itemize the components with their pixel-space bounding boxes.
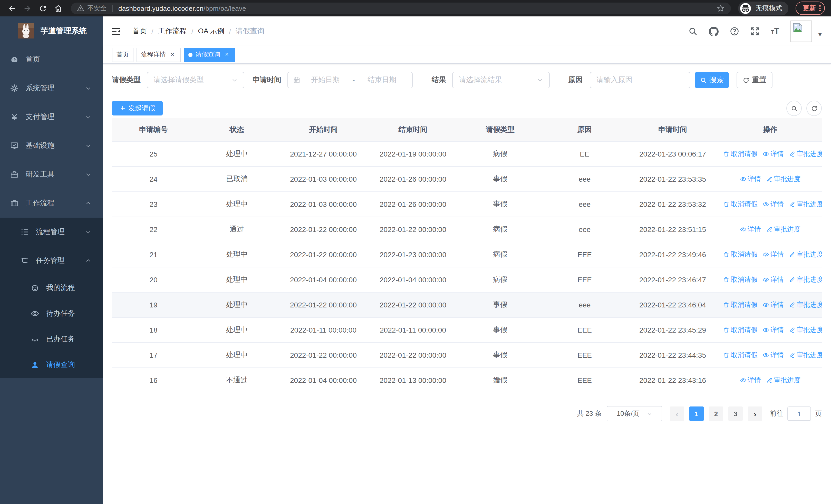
page-button-1[interactable]: 1 bbox=[689, 407, 704, 421]
breadcrumb-item-workflow[interactable]: 工作流程 bbox=[158, 27, 187, 36]
face-icon bbox=[31, 284, 39, 292]
cancel-action-link[interactable]: 取消请假 bbox=[723, 250, 757, 259]
show-search-toggle-button[interactable] bbox=[786, 100, 802, 116]
sidebar-item-请假查询[interactable]: 请假查询 bbox=[0, 352, 103, 378]
progress-action-link[interactable]: 审批进度 bbox=[789, 300, 822, 309]
tags-bar: 首页流程详情×请假查询× bbox=[103, 46, 831, 64]
reason-input[interactable]: 请输入原因 bbox=[590, 72, 690, 88]
sidebar-item-支付管理[interactable]: 支付管理 bbox=[0, 102, 103, 131]
sidebar-item-流程管理[interactable]: 流程管理 bbox=[0, 217, 103, 246]
table-row: 25处理中2021-12-27 00:00:002022-01-19 00:00… bbox=[112, 141, 822, 167]
cell-status: 处理中 bbox=[195, 192, 279, 217]
create-leave-button[interactable]: 发起请假 bbox=[112, 101, 163, 116]
progress-action-link[interactable]: 审批进度 bbox=[766, 175, 800, 184]
goto-page-input[interactable]: 1 bbox=[787, 407, 811, 421]
progress-action-link[interactable]: 审批进度 bbox=[789, 250, 822, 259]
search-icon[interactable] bbox=[688, 27, 697, 36]
fullscreen-icon[interactable] bbox=[750, 27, 760, 36]
bookmark-star-icon[interactable] bbox=[717, 4, 725, 12]
refresh-table-button[interactable] bbox=[806, 100, 822, 116]
sidebar-item-首页[interactable]: 首页 bbox=[0, 45, 103, 74]
next-page-button[interactable]: › bbox=[748, 407, 762, 421]
site-security-chip[interactable]: 不安全 bbox=[77, 4, 107, 12]
browser-home-button[interactable] bbox=[51, 2, 65, 15]
close-icon[interactable]: × bbox=[169, 51, 176, 58]
sidebar-collapse-icon[interactable] bbox=[111, 26, 121, 36]
date-start-input[interactable]: 开始日期 bbox=[300, 76, 350, 85]
detail-action-link[interactable]: 详情 bbox=[763, 200, 784, 209]
cell-actions: 取消请假详情审批进度 bbox=[719, 141, 822, 167]
browser-reload-button[interactable] bbox=[36, 2, 49, 15]
progress-action-link[interactable]: 审批进度 bbox=[789, 351, 822, 360]
cancel-action-link[interactable]: 取消请假 bbox=[723, 200, 757, 209]
result-select[interactable]: 请选择流结果 bbox=[452, 72, 550, 88]
github-icon[interactable] bbox=[709, 26, 719, 36]
sidebar-item-系统管理[interactable]: 系统管理 bbox=[0, 74, 103, 102]
tab-首页[interactable]: 首页 bbox=[112, 48, 134, 62]
tab-label: 请假查询 bbox=[196, 50, 220, 59]
cell-id: 25 bbox=[112, 141, 195, 167]
page-button-3[interactable]: 3 bbox=[728, 407, 743, 421]
detail-action-link[interactable]: 详情 bbox=[763, 351, 784, 360]
tab-流程详情[interactable]: 流程详情× bbox=[137, 48, 181, 62]
sidebar-item-研发工具[interactable]: 研发工具 bbox=[0, 160, 103, 189]
briefcase-icon bbox=[10, 199, 19, 207]
sidebar-submenu: 流程管理任务管理我的流程待办任务已办任务请假查询 bbox=[0, 217, 103, 378]
cell-actions: 详情审批进度 bbox=[719, 167, 822, 192]
sidebar-item-任务管理[interactable]: 任务管理 bbox=[0, 246, 103, 275]
cancel-action-link[interactable]: 取消请假 bbox=[723, 275, 757, 284]
detail-action-link[interactable]: 详情 bbox=[740, 225, 761, 234]
reset-button[interactable]: 重置 bbox=[737, 72, 773, 88]
detail-action-link[interactable]: 详情 bbox=[763, 149, 784, 158]
breadcrumb-item-oa[interactable]: OA 示例 bbox=[198, 27, 225, 36]
cancel-action-link[interactable]: 取消请假 bbox=[723, 300, 757, 309]
progress-action-link[interactable]: 审批进度 bbox=[789, 325, 822, 335]
sidebar-item-基础设施[interactable]: 基础设施 bbox=[0, 131, 103, 160]
cell-applied: 2022-01-22 23:51:15 bbox=[627, 217, 719, 242]
cell-type: 事假 bbox=[458, 167, 543, 192]
dashboard-icon bbox=[10, 55, 19, 64]
avatar[interactable] bbox=[791, 21, 812, 42]
detail-action-link[interactable]: 详情 bbox=[763, 325, 784, 335]
sidebar-item-待办任务[interactable]: 待办任务 bbox=[0, 301, 103, 326]
cell-status: 处理中 bbox=[195, 267, 279, 292]
progress-action-link[interactable]: 审批进度 bbox=[789, 149, 822, 158]
detail-action-link[interactable]: 详情 bbox=[740, 175, 761, 184]
detail-action-link[interactable]: 详情 bbox=[763, 300, 784, 309]
cell-start: 2022-01-22 00:00:00 bbox=[279, 242, 368, 267]
detail-action-link[interactable]: 详情 bbox=[740, 376, 761, 385]
cancel-action-link[interactable]: 取消请假 bbox=[723, 325, 757, 335]
table-row: 17处理中2022-01-22 00:00:002022-01-22 00:00… bbox=[112, 343, 822, 368]
tab-请假查询[interactable]: 请假查询× bbox=[184, 48, 235, 62]
detail-action-link[interactable]: 详情 bbox=[763, 250, 784, 259]
detail-action-link[interactable]: 详情 bbox=[763, 275, 784, 284]
cancel-action-link[interactable]: 取消请假 bbox=[723, 149, 757, 158]
font-size-icon[interactable]: TT bbox=[771, 27, 779, 35]
browser-back-button[interactable] bbox=[5, 2, 19, 15]
apply-time-range-input[interactable]: 开始日期 - 结束日期 bbox=[287, 72, 413, 88]
address-bar[interactable]: 不安全 dashboard.yudao.iocoder.cn/bpm/oa/le… bbox=[71, 2, 731, 14]
progress-action-link[interactable]: 审批进度 bbox=[766, 225, 800, 234]
cell-reason: EEE bbox=[543, 368, 627, 393]
page-button-2[interactable]: 2 bbox=[709, 407, 723, 421]
close-icon[interactable]: × bbox=[223, 51, 230, 58]
sidebar-item-已办任务[interactable]: 已办任务 bbox=[0, 326, 103, 352]
browser-forward-button[interactable] bbox=[21, 2, 34, 15]
breadcrumb-item-home[interactable]: 首页 bbox=[133, 27, 147, 36]
progress-action-link[interactable]: 审批进度 bbox=[789, 200, 822, 209]
date-end-input[interactable]: 结束日期 bbox=[357, 76, 407, 85]
browser-menu-icon[interactable] bbox=[819, 5, 821, 11]
help-icon[interactable] bbox=[730, 27, 739, 36]
cancel-action-link[interactable]: 取消请假 bbox=[723, 351, 757, 360]
prev-page-button[interactable]: ‹ bbox=[670, 407, 684, 421]
sidebar-item-我的流程[interactable]: 我的流程 bbox=[0, 275, 103, 301]
search-button[interactable]: 搜索 bbox=[695, 72, 729, 88]
cell-end: 2022-01-22 00:00:00 bbox=[368, 217, 458, 242]
browser-update-button[interactable]: 更新 bbox=[796, 2, 825, 15]
progress-action-link[interactable]: 审批进度 bbox=[789, 275, 822, 284]
page-size-select[interactable]: 10条/页 bbox=[607, 406, 662, 421]
user-menu-caret-icon[interactable]: ▼ bbox=[817, 31, 823, 37]
progress-action-link[interactable]: 审批进度 bbox=[766, 376, 800, 385]
sidebar-item-工作流程[interactable]: 工作流程 bbox=[0, 189, 103, 217]
leave-type-select[interactable]: 请选择请假类型 bbox=[147, 72, 244, 88]
